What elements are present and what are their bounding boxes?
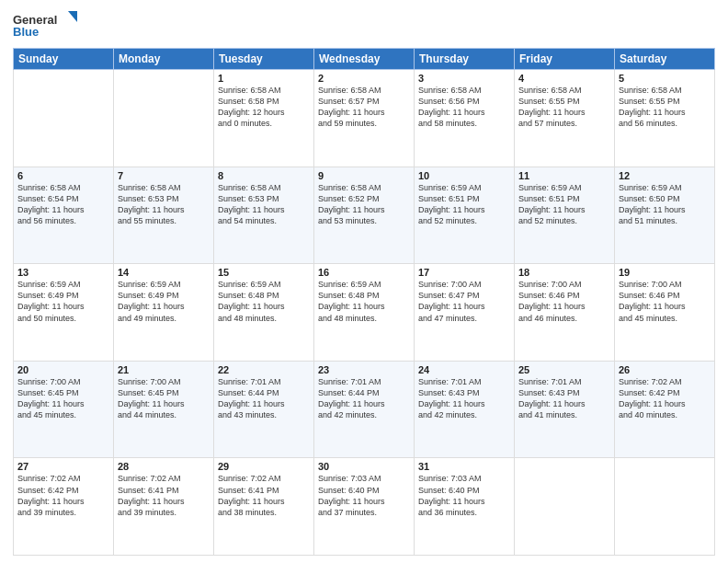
calendar-cell: 20Sunrise: 7:00 AM Sunset: 6:45 PM Dayli… xyxy=(14,361,114,458)
calendar-cell: 31Sunrise: 7:03 AM Sunset: 6:40 PM Dayli… xyxy=(415,458,515,556)
calendar-cell: 16Sunrise: 6:59 AM Sunset: 6:48 PM Dayli… xyxy=(314,264,415,362)
calendar-cell: 17Sunrise: 7:00 AM Sunset: 6:47 PM Dayli… xyxy=(415,264,515,362)
calendar-cell: 8Sunrise: 6:58 AM Sunset: 6:53 PM Daylig… xyxy=(214,167,314,264)
day-detail: Sunrise: 7:03 AM Sunset: 6:40 PM Dayligh… xyxy=(318,473,410,518)
calendar-cell: 6Sunrise: 6:58 AM Sunset: 6:54 PM Daylig… xyxy=(14,167,114,264)
calendar-week-row: 1Sunrise: 6:58 AM Sunset: 6:58 PM Daylig… xyxy=(14,70,715,167)
day-detail: Sunrise: 6:59 AM Sunset: 6:48 PM Dayligh… xyxy=(218,279,310,324)
day-number: 15 xyxy=(218,267,310,278)
day-detail: Sunrise: 6:59 AM Sunset: 6:49 PM Dayligh… xyxy=(118,279,210,324)
day-detail: Sunrise: 7:01 AM Sunset: 6:44 PM Dayligh… xyxy=(218,376,310,421)
day-number: 20 xyxy=(17,364,109,375)
day-number: 22 xyxy=(218,364,310,375)
day-number: 8 xyxy=(218,170,310,181)
day-detail: Sunrise: 7:02 AM Sunset: 6:42 PM Dayligh… xyxy=(17,473,109,518)
calendar-cell: 21Sunrise: 7:00 AM Sunset: 6:45 PM Dayli… xyxy=(114,361,214,458)
header: General Blue xyxy=(13,9,715,42)
weekday-header-cell: Sunday xyxy=(14,49,114,70)
day-detail: Sunrise: 7:01 AM Sunset: 6:43 PM Dayligh… xyxy=(418,376,510,421)
calendar-cell: 29Sunrise: 7:02 AM Sunset: 6:41 PM Dayli… xyxy=(214,458,314,556)
day-number: 14 xyxy=(118,267,210,278)
calendar-cell: 27Sunrise: 7:02 AM Sunset: 6:42 PM Dayli… xyxy=(14,458,114,556)
day-detail: Sunrise: 6:59 AM Sunset: 6:51 PM Dayligh… xyxy=(418,182,510,227)
day-number: 31 xyxy=(418,461,510,472)
day-number: 27 xyxy=(17,461,109,472)
calendar-body: 1Sunrise: 6:58 AM Sunset: 6:58 PM Daylig… xyxy=(14,70,715,556)
day-number: 5 xyxy=(619,73,711,84)
day-detail: Sunrise: 6:58 AM Sunset: 6:53 PM Dayligh… xyxy=(118,182,210,227)
calendar-cell xyxy=(114,70,214,167)
day-number: 19 xyxy=(619,267,711,278)
day-detail: Sunrise: 7:01 AM Sunset: 6:44 PM Dayligh… xyxy=(318,376,410,421)
calendar-cell: 13Sunrise: 6:59 AM Sunset: 6:49 PM Dayli… xyxy=(14,264,114,362)
calendar-cell: 19Sunrise: 7:00 AM Sunset: 6:46 PM Dayli… xyxy=(615,264,715,362)
calendar-cell: 30Sunrise: 7:03 AM Sunset: 6:40 PM Dayli… xyxy=(314,458,415,556)
weekday-header-row: SundayMondayTuesdayWednesdayThursdayFrid… xyxy=(14,49,715,70)
day-detail: Sunrise: 6:58 AM Sunset: 6:58 PM Dayligh… xyxy=(218,85,310,130)
day-detail: Sunrise: 6:59 AM Sunset: 6:51 PM Dayligh… xyxy=(518,182,610,227)
calendar-cell: 11Sunrise: 6:59 AM Sunset: 6:51 PM Dayli… xyxy=(515,167,615,264)
calendar-cell: 28Sunrise: 7:02 AM Sunset: 6:41 PM Dayli… xyxy=(114,458,214,556)
day-detail: Sunrise: 7:02 AM Sunset: 6:41 PM Dayligh… xyxy=(118,473,210,518)
day-number: 1 xyxy=(218,73,310,84)
day-number: 21 xyxy=(118,364,210,375)
calendar-cell: 12Sunrise: 6:59 AM Sunset: 6:50 PM Dayli… xyxy=(615,167,715,264)
calendar-cell: 1Sunrise: 6:58 AM Sunset: 6:58 PM Daylig… xyxy=(214,70,314,167)
day-number: 26 xyxy=(619,364,711,375)
day-detail: Sunrise: 6:58 AM Sunset: 6:56 PM Dayligh… xyxy=(418,85,510,130)
day-number: 6 xyxy=(17,170,109,181)
calendar-cell: 25Sunrise: 7:01 AM Sunset: 6:43 PM Dayli… xyxy=(515,361,615,458)
day-detail: Sunrise: 7:01 AM Sunset: 6:43 PM Dayligh… xyxy=(518,376,610,421)
day-number: 10 xyxy=(418,170,510,181)
day-detail: Sunrise: 6:58 AM Sunset: 6:54 PM Dayligh… xyxy=(17,182,109,227)
calendar-week-row: 6Sunrise: 6:58 AM Sunset: 6:54 PM Daylig… xyxy=(14,167,715,264)
calendar-cell xyxy=(14,70,114,167)
day-detail: Sunrise: 6:58 AM Sunset: 6:55 PM Dayligh… xyxy=(518,85,610,130)
day-number: 18 xyxy=(518,267,610,278)
logo: General Blue xyxy=(13,9,77,42)
day-detail: Sunrise: 6:59 AM Sunset: 6:48 PM Dayligh… xyxy=(318,279,410,324)
calendar-cell: 2Sunrise: 6:58 AM Sunset: 6:57 PM Daylig… xyxy=(314,70,415,167)
day-detail: Sunrise: 7:00 AM Sunset: 6:45 PM Dayligh… xyxy=(118,376,210,421)
day-number: 16 xyxy=(318,267,410,278)
weekday-header-cell: Friday xyxy=(515,49,615,70)
day-number: 12 xyxy=(619,170,711,181)
day-number: 24 xyxy=(418,364,510,375)
day-number: 13 xyxy=(17,267,109,278)
day-detail: Sunrise: 7:00 AM Sunset: 6:46 PM Dayligh… xyxy=(619,279,711,324)
day-detail: Sunrise: 7:00 AM Sunset: 6:45 PM Dayligh… xyxy=(17,376,109,421)
svg-marker-2 xyxy=(68,11,77,22)
day-number: 29 xyxy=(218,461,310,472)
calendar-cell: 24Sunrise: 7:01 AM Sunset: 6:43 PM Dayli… xyxy=(415,361,515,458)
calendar-cell: 26Sunrise: 7:02 AM Sunset: 6:42 PM Dayli… xyxy=(615,361,715,458)
calendar-table: SundayMondayTuesdayWednesdayThursdayFrid… xyxy=(13,48,715,556)
calendar-cell: 9Sunrise: 6:58 AM Sunset: 6:52 PM Daylig… xyxy=(314,167,415,264)
day-detail: Sunrise: 7:00 AM Sunset: 6:47 PM Dayligh… xyxy=(418,279,510,324)
day-detail: Sunrise: 7:00 AM Sunset: 6:46 PM Dayligh… xyxy=(518,279,610,324)
day-number: 4 xyxy=(518,73,610,84)
day-detail: Sunrise: 6:59 AM Sunset: 6:50 PM Dayligh… xyxy=(619,182,711,227)
day-number: 28 xyxy=(118,461,210,472)
calendar-cell xyxy=(515,458,615,556)
calendar-cell: 22Sunrise: 7:01 AM Sunset: 6:44 PM Dayli… xyxy=(214,361,314,458)
calendar-cell: 7Sunrise: 6:58 AM Sunset: 6:53 PM Daylig… xyxy=(114,167,214,264)
calendar-cell: 18Sunrise: 7:00 AM Sunset: 6:46 PM Dayli… xyxy=(515,264,615,362)
svg-text:Blue: Blue xyxy=(13,25,39,39)
day-number: 3 xyxy=(418,73,510,84)
day-detail: Sunrise: 7:02 AM Sunset: 6:41 PM Dayligh… xyxy=(218,473,310,518)
day-detail: Sunrise: 7:03 AM Sunset: 6:40 PM Dayligh… xyxy=(418,473,510,518)
calendar-week-row: 13Sunrise: 6:59 AM Sunset: 6:49 PM Dayli… xyxy=(14,264,715,362)
calendar-cell: 14Sunrise: 6:59 AM Sunset: 6:49 PM Dayli… xyxy=(114,264,214,362)
day-number: 11 xyxy=(518,170,610,181)
weekday-header-cell: Monday xyxy=(114,49,214,70)
calendar-cell: 5Sunrise: 6:58 AM Sunset: 6:55 PM Daylig… xyxy=(615,70,715,167)
calendar-cell: 10Sunrise: 6:59 AM Sunset: 6:51 PM Dayli… xyxy=(415,167,515,264)
weekday-header-cell: Saturday xyxy=(615,49,715,70)
day-detail: Sunrise: 6:58 AM Sunset: 6:53 PM Dayligh… xyxy=(218,182,310,227)
day-number: 25 xyxy=(518,364,610,375)
day-number: 17 xyxy=(418,267,510,278)
day-detail: Sunrise: 6:58 AM Sunset: 6:52 PM Dayligh… xyxy=(318,182,410,227)
day-number: 30 xyxy=(318,461,410,472)
calendar-cell: 4Sunrise: 6:58 AM Sunset: 6:55 PM Daylig… xyxy=(515,70,615,167)
calendar-cell xyxy=(615,458,715,556)
